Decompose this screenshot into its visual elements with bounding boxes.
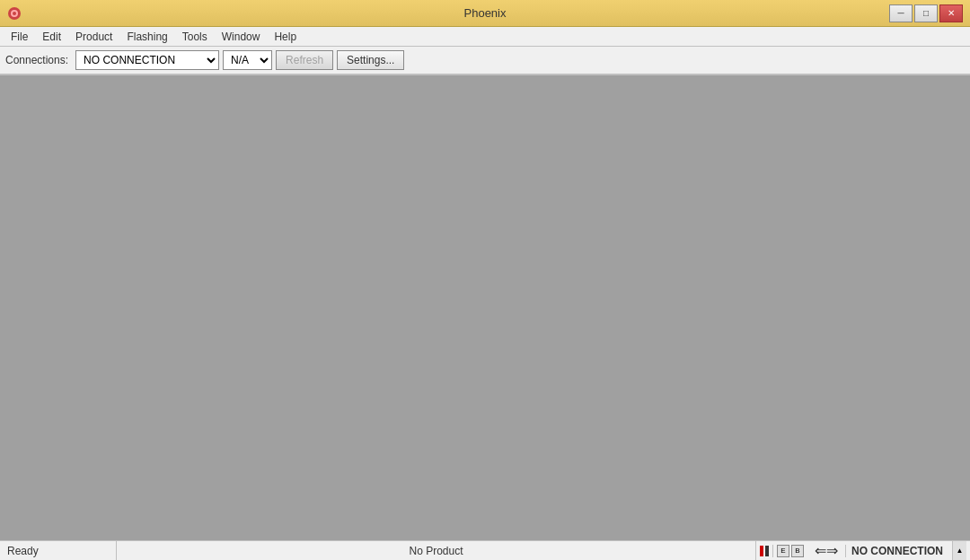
arrows-icon: ⇐⇒ — [811, 542, 842, 559]
menu-bar: FileEditProductFlashingToolsWindowHelp — [0, 27, 970, 47]
refresh-button[interactable]: Refresh — [276, 50, 333, 70]
status-bar: Ready No Product E B ⇐⇒ NO CONNECTION ▲ — [0, 540, 970, 560]
status-icons: E B — [772, 545, 807, 557]
connections-label: Connections: — [5, 54, 68, 66]
connection-select[interactable]: NO CONNECTION — [75, 50, 219, 70]
menu-item-edit[interactable]: Edit — [35, 29, 68, 45]
title-bar: Phoenix ─ □ ✕ — [0, 0, 970, 27]
pause-bar-1 — [760, 546, 763, 556]
menu-item-file[interactable]: File — [4, 29, 35, 45]
svg-point-2 — [13, 12, 16, 15]
status-icon-1: E — [777, 545, 789, 557]
toolbar: Connections: NO CONNECTION N/A Refresh S… — [0, 47, 970, 75]
minimize-button[interactable]: ─ — [889, 4, 913, 22]
window-controls: ─ □ ✕ — [889, 4, 963, 22]
status-right: E B ⇐⇒ NO CONNECTION ▲ — [756, 541, 970, 560]
main-content — [0, 75, 970, 540]
restore-button[interactable]: □ — [914, 4, 938, 22]
close-button[interactable]: ✕ — [939, 4, 963, 22]
na-select[interactable]: N/A — [223, 50, 272, 70]
status-product-text: No Product — [117, 541, 756, 560]
status-ready-text: Ready — [0, 541, 117, 560]
menu-item-help[interactable]: Help — [267, 29, 304, 45]
window-title: Phoenix — [464, 6, 507, 20]
menu-item-flashing[interactable]: Flashing — [119, 29, 174, 45]
scrollbar-right[interactable]: ▲ — [952, 541, 966, 560]
menu-item-tools[interactable]: Tools — [175, 29, 215, 45]
pause-indicator — [760, 546, 769, 556]
status-icon-2: B — [791, 545, 804, 557]
title-bar-left — [7, 6, 22, 21]
app-icon — [7, 6, 22, 21]
pause-bar-2 — [765, 546, 769, 556]
settings-button[interactable]: Settings... — [337, 50, 404, 70]
menu-item-product[interactable]: Product — [68, 29, 119, 45]
menu-item-window[interactable]: Window — [215, 29, 268, 45]
status-connection-text: NO CONNECTION — [845, 545, 948, 557]
